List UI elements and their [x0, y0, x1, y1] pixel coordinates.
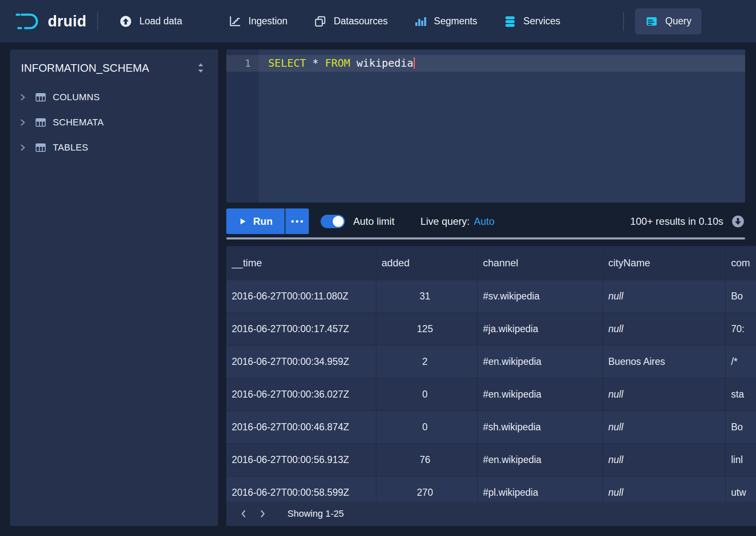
nav-item-label: Ingestion: [249, 16, 287, 27]
column-header-added[interactable]: added: [376, 246, 477, 280]
table-cell[interactable]: 31: [376, 280, 477, 312]
table-cell[interactable]: #en.wikipedia: [477, 345, 603, 378]
previous-page-button[interactable]: [234, 504, 253, 523]
showing-range-text: Showing 1-25: [287, 508, 344, 519]
schema-sidebar: INFORMATION_SCHEMA COLUMNS: [10, 49, 218, 526]
nav-query[interactable]: Query: [635, 8, 702, 34]
table-cell[interactable]: sta: [725, 378, 756, 411]
nav-ingestion[interactable]: Ingestion: [218, 8, 298, 34]
schema-tree-item-label: SCHEMATA: [53, 117, 104, 128]
run-more-options-button[interactable]: [285, 208, 309, 234]
navbar-divider: [623, 12, 624, 31]
sql-keyword: SELECT: [268, 57, 306, 69]
table-cell[interactable]: 2016-06-27T00:00:46.874Z: [226, 411, 376, 443]
sql-editor[interactable]: 1 SELECT * FROM wikipedia: [226, 49, 745, 203]
live-query-value[interactable]: Auto: [474, 216, 495, 227]
table-cell[interactable]: #ja.wikipedia: [477, 312, 603, 345]
column-header-channel[interactable]: channel: [477, 246, 603, 280]
next-page-button[interactable]: [253, 504, 272, 523]
table-cell[interactable]: #en.wikipedia: [477, 443, 603, 476]
druid-logo[interactable]: druid: [15, 12, 86, 31]
table-cell[interactable]: 76: [376, 443, 477, 476]
datasources-layers-icon: [313, 15, 327, 28]
table-cell[interactable]: linl: [725, 443, 756, 476]
editor-gutter: [226, 49, 259, 203]
nav-item-label: Datasources: [334, 16, 388, 27]
table-cell[interactable]: 70:: [725, 312, 756, 345]
table-cell[interactable]: #en.wikipedia: [477, 378, 603, 411]
column-header-cityname[interactable]: cityName: [603, 246, 725, 280]
chevron-right-icon[interactable]: [19, 118, 28, 127]
table-cell[interactable]: 2016-06-27T00:00:11.080Z: [226, 280, 376, 312]
table-cell[interactable]: Buenos Aires: [603, 345, 725, 378]
schema-tree-item[interactable]: TABLES: [10, 135, 218, 160]
results-tbody: 2016-06-27T00:00:11.080Z31#sv.wikipedian…: [226, 280, 756, 502]
nav-services[interactable]: Services: [493, 8, 570, 34]
table-row: 2016-06-27T00:00:34.959Z2#en.wikipediaBu…: [226, 345, 756, 378]
results-table-container: __timeaddedchannelcityNamecom 2016-06-27…: [226, 246, 756, 502]
query-progress-bar: [226, 237, 745, 239]
upload-circle-icon: [119, 15, 132, 28]
table-cell[interactable]: /*: [725, 345, 756, 378]
column-header--time[interactable]: __time: [226, 246, 376, 280]
chevron-right-icon[interactable]: [19, 93, 28, 102]
query-view: 1 SELECT * FROM wikipedia Run Auto limit…: [226, 49, 756, 526]
table-cell[interactable]: null: [603, 378, 725, 411]
sql-text: *: [306, 57, 325, 69]
table-cell[interactable]: 125: [376, 312, 477, 345]
table-cell[interactable]: 2016-06-27T00:00:36.027Z: [226, 378, 376, 411]
nav-item-label: Services: [523, 16, 560, 27]
table-cell[interactable]: null: [603, 443, 725, 476]
editor-line-number: 1: [226, 55, 259, 72]
schema-tree-item[interactable]: COLUMNS: [10, 85, 218, 110]
table-cell[interactable]: #pl.wikipedia: [477, 476, 603, 502]
nav-datasources[interactable]: Datasources: [303, 8, 398, 34]
column-header-com[interactable]: com: [725, 246, 756, 280]
table-cell[interactable]: null: [603, 280, 725, 312]
download-results-icon[interactable]: [731, 214, 745, 229]
table-cell[interactable]: null: [603, 312, 725, 345]
table-cell[interactable]: 2: [376, 345, 477, 378]
run-button-label: Run: [253, 216, 273, 227]
nav-item-label: Query: [665, 16, 691, 27]
table-cell[interactable]: 0: [376, 411, 477, 443]
table-cell[interactable]: Bo: [725, 411, 756, 443]
sql-keyword: FROM: [325, 57, 350, 69]
nav-segments[interactable]: Segments: [404, 8, 487, 34]
table-row: 2016-06-27T00:00:56.913Z76#en.wikipedian…: [226, 443, 756, 476]
results-table: __timeaddedchannelcityNamecom 2016-06-27…: [226, 246, 756, 502]
brand-text: druid: [48, 13, 86, 30]
table-cell[interactable]: 2016-06-27T00:00:56.913Z: [226, 443, 376, 476]
auto-limit-toggle[interactable]: [321, 215, 345, 228]
double-caret-vertical-icon[interactable]: [195, 60, 206, 75]
navbar-divider: [97, 12, 98, 31]
play-icon: [238, 217, 247, 226]
auto-limit-label[interactable]: Auto limit: [353, 216, 395, 227]
results-pagination: Showing 1-25: [226, 502, 756, 526]
table-cell[interactable]: 0: [376, 378, 477, 411]
results-header-row: __timeaddedchannelcityNamecom: [226, 246, 756, 280]
table-cell[interactable]: utw: [725, 476, 756, 502]
nav-load-data[interactable]: Load data: [109, 8, 192, 34]
table-cell[interactable]: #sh.wikipedia: [477, 411, 603, 443]
schema-tree: COLUMNS SCHEMATA T: [10, 85, 218, 160]
sidebar-header: INFORMATION_SCHEMA: [10, 49, 218, 85]
table-cell[interactable]: 270: [376, 476, 477, 502]
table-row: 2016-06-27T00:00:46.874Z0#sh.wikipedianu…: [226, 411, 756, 443]
schema-tree-item-label: TABLES: [53, 142, 88, 153]
table-cell[interactable]: 2016-06-27T00:00:58.599Z: [226, 476, 376, 502]
table-cell[interactable]: null: [603, 411, 725, 443]
services-database-icon: [503, 15, 517, 28]
sql-text: wikipedia: [350, 57, 414, 69]
run-button[interactable]: Run: [226, 208, 285, 234]
nav-item-label: Segments: [434, 16, 477, 27]
table-cell[interactable]: 2016-06-27T00:00:17.457Z: [226, 312, 376, 345]
schema-tree-item[interactable]: SCHEMATA: [10, 110, 218, 135]
table-cell[interactable]: 2016-06-27T00:00:34.959Z: [226, 345, 376, 378]
table-cell[interactable]: #sv.wikipedia: [477, 280, 603, 312]
table-cell[interactable]: null: [603, 476, 725, 502]
table-cell[interactable]: Bo: [725, 280, 756, 312]
top-navbar: druid Load data Ingestion: [0, 0, 756, 42]
chevron-right-icon[interactable]: [19, 143, 28, 152]
table-row: 2016-06-27T00:00:58.599Z270#pl.wikipedia…: [226, 476, 756, 502]
